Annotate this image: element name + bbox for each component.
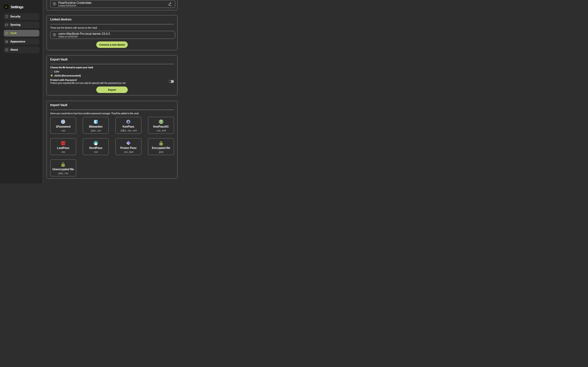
- card-title: Export Vault: [50, 55, 174, 61]
- device-item[interactable]: users-MacBook-Pro.local darwin 23.6.0 Ad…: [50, 31, 175, 39]
- sync-icon: [5, 23, 8, 26]
- protect-description: Protect your exported file so it can onl…: [50, 82, 174, 84]
- arrow-left-icon: [5, 6, 8, 8]
- lock-icon: [159, 141, 163, 145]
- toggle-knob: [169, 80, 171, 83]
- back-button[interactable]: [4, 4, 9, 9]
- palette-icon: [5, 40, 8, 43]
- edit-vault-name-button[interactable]: [168, 2, 172, 6]
- tile-formats: .csv, .json: [123, 150, 134, 153]
- bitwarden-logo-icon: [94, 119, 98, 124]
- radio-label: CSV: [54, 70, 59, 73]
- import-tiles-grid: 1Password .csv Bitwarden .json, .csv: [50, 117, 174, 176]
- sidebar-item-appearance[interactable]: Appearance: [4, 38, 40, 45]
- export-button[interactable]: Export: [96, 86, 128, 93]
- keyhole-circle-icon: [53, 2, 56, 5]
- sidebar: Settings Security Syncing: [0, 0, 43, 184]
- import-tile-unencrypted-file[interactable]: Unencrypted file .json, .csv: [50, 159, 76, 176]
- sidebar-item-label: Syncing: [10, 23, 20, 26]
- tile-name: Proton Pass: [120, 146, 137, 150]
- card-title: Import Vault: [50, 101, 174, 107]
- sidebar-item-security[interactable]: Security: [4, 13, 40, 20]
- import-vault-description: Move your saved items here from another …: [50, 112, 174, 115]
- protect-toggle[interactable]: [169, 80, 174, 83]
- import-tile-lastpass[interactable]: LastPass .csv: [50, 138, 76, 155]
- tile-formats: .json, .csv: [91, 129, 101, 132]
- shield-icon: [5, 15, 8, 18]
- keyhole-circle-icon: [53, 33, 56, 36]
- nordpass-logo-icon: [94, 141, 98, 145]
- keyhole-icon: [5, 32, 8, 35]
- tile-formats: .kdbx, .csv, .xml: [120, 129, 137, 132]
- tile-name: KeePass: [122, 125, 134, 128]
- keepass-logo-icon: [126, 119, 130, 124]
- info-icon: [5, 48, 8, 51]
- export-vault-card: Export Vault Choose the file format to e…: [47, 55, 178, 96]
- lastpass-logo-icon: [61, 141, 65, 145]
- import-tile-keepassxc[interactable]: KeePassXC .csv, .xml: [148, 117, 174, 134]
- tile-name: 1Password: [56, 125, 70, 128]
- tile-formats: .csv, .xml: [156, 129, 166, 132]
- radio-json[interactable]: [50, 74, 53, 77]
- tile-formats: .csv: [61, 150, 65, 153]
- device-added-date: Added on 02/03/2026: [58, 35, 110, 38]
- divider: [50, 110, 174, 110]
- protect-title: Protect with Password: [50, 79, 174, 82]
- sidebar-item-about[interactable]: About: [4, 47, 40, 53]
- radio-option-json[interactable]: JSON (Recommended): [50, 74, 174, 77]
- radio-option-csv[interactable]: CSV: [50, 70, 174, 73]
- vault-credentials-texts: PearRuntime Credentials Created 02/03/20…: [58, 1, 92, 7]
- keepassxc-logo-icon: [159, 119, 163, 124]
- tile-name: NordPass: [89, 146, 102, 150]
- tile-name: Unencrypted file: [52, 167, 74, 171]
- connect-new-device-button[interactable]: Connect a new device: [96, 42, 128, 48]
- sidebar-item-syncing[interactable]: Syncing: [4, 22, 40, 28]
- tile-formats: .json, .csv: [58, 172, 68, 175]
- import-tile-1password[interactable]: 1Password .csv: [50, 117, 76, 134]
- import-tile-protonpass[interactable]: Proton Pass .csv, .json: [115, 138, 141, 155]
- protect-with-password-row: Protect with Password Protect your expor…: [50, 79, 174, 84]
- linked-devices-description: These are the devices with access to thi…: [50, 26, 174, 29]
- sidebar-item-label: Appearance: [10, 40, 25, 43]
- vault-credentials-item[interactable]: PearRuntime Credentials Created 02/03/20…: [50, 0, 175, 8]
- sidebar-item-label: About: [10, 48, 18, 51]
- import-tile-keepass[interactable]: KeePass .kdbx, .csv, .xml: [115, 117, 141, 134]
- tile-formats: .json: [159, 150, 164, 153]
- protonpass-logo-icon: [126, 141, 130, 145]
- card-title: Linked devices: [50, 15, 174, 21]
- device-texts: users-MacBook-Pro.local darwin 23.6.0 Ad…: [58, 32, 110, 38]
- onepassword-logo-icon: [61, 119, 65, 124]
- tile-formats: .csv: [61, 129, 65, 132]
- import-tile-nordpass[interactable]: NordPass .csv: [83, 138, 109, 155]
- edit-pencil-icon: [168, 2, 172, 6]
- import-tile-bitwarden[interactable]: Bitwarden .json, .csv: [83, 117, 109, 134]
- sidebar-item-label: Vault: [10, 32, 17, 35]
- vault-created-date: Created 02/03/2026: [58, 5, 92, 7]
- linked-devices-card: Linked devices These are the devices wit…: [47, 15, 178, 50]
- tile-name: Bitwarden: [89, 125, 103, 128]
- import-vault-card: Import Vault Move your saved items here …: [47, 101, 178, 179]
- sidebar-header: Settings: [4, 4, 23, 9]
- tile-name: KeePassXC: [153, 125, 169, 128]
- sidebar-item-label: Security: [10, 15, 20, 18]
- tile-name: Encrypted file: [152, 146, 170, 150]
- page-title: Settings: [11, 5, 23, 9]
- device-name: users-MacBook-Pro.local darwin 23.6.0: [58, 32, 110, 36]
- choose-format-label: Choose the file format to export your Va…: [50, 66, 174, 69]
- tile-formats: .csv: [94, 150, 98, 153]
- tile-name: LastPass: [57, 146, 69, 150]
- sidebar-nav: Security Syncing Vault: [4, 13, 40, 53]
- divider: [50, 24, 174, 24]
- radio-csv[interactable]: [50, 70, 53, 73]
- sidebar-item-vault[interactable]: Vault: [4, 30, 40, 36]
- cards-column: PearRuntime Credentials Created 02/03/20…: [47, 0, 178, 179]
- settings-content: PearRuntime Credentials Created 02/03/20…: [43, 0, 294, 184]
- radio-label: JSON (Recommended): [54, 74, 81, 77]
- import-tile-encrypted-file[interactable]: Encrypted file .json: [148, 138, 174, 155]
- lock-icon: [61, 162, 65, 167]
- vault-name: PearRuntime Credentials: [58, 1, 92, 5]
- vault-name-card: PearRuntime Credentials Created 02/03/20…: [47, 0, 178, 10]
